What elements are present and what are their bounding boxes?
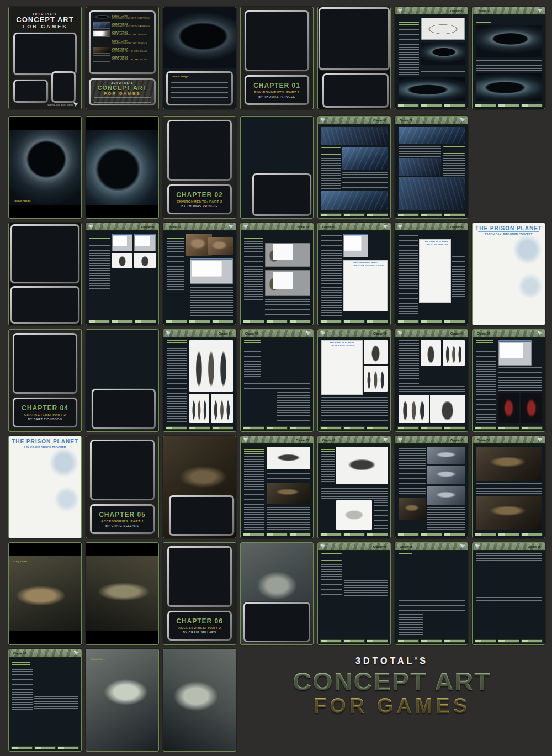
artwork <box>254 175 310 214</box>
artwork-panel <box>34 668 78 695</box>
footer-bar <box>367 426 388 430</box>
chapter-header-label: Chapter 03 <box>141 225 154 228</box>
footer-bar <box>320 639 342 643</box>
artwork-panel <box>476 447 542 481</box>
page-chapter-02-title[interactable]: CHAPTER 02ENVIRONMENTS: PART 2BY THOMAS … <box>163 116 236 219</box>
page-intro[interactable]: Thomas Pringle <box>163 7 236 109</box>
page-art-spread[interactable] <box>163 436 236 538</box>
text-block <box>190 287 233 316</box>
chapter-header-label: Chapter 06 <box>13 652 26 654</box>
footer-bar <box>421 533 442 536</box>
chapter-label-frame: CHAPTER 06ACCESSORIES: PART 2BY CRAIG SE… <box>167 611 232 640</box>
page-art-spread[interactable] <box>317 7 391 109</box>
page-header: Chapter 06 <box>395 543 468 551</box>
page-content[interactable]: Chapter 03 <box>240 223 314 325</box>
page-poster-lex-crane[interactable]: THE PRISON PLANETLEX CRANE SHOCK TROOPER <box>8 436 82 538</box>
chapter-header-label: Chapter 02 <box>373 119 386 121</box>
footer-bar <box>243 320 264 323</box>
artwork-panel <box>190 258 233 284</box>
page-content[interactable]: Chapter 05 <box>240 436 314 538</box>
page-art-full[interactable] <box>163 649 236 752</box>
artwork: Thomas Pringle <box>168 73 231 104</box>
page-art-full[interactable]: Craig Sellars <box>8 542 82 645</box>
3dtotal-logo-icon <box>537 437 543 443</box>
3dtotal-logo-icon <box>383 224 388 230</box>
artwork <box>320 9 388 68</box>
page-content[interactable]: Chapter 05 <box>395 436 468 538</box>
page-content[interactable]: Chapter 03 <box>86 223 159 325</box>
page-content[interactable]: Chapter 04 <box>163 329 236 432</box>
page-poster-taron-dax[interactable]: THE PRISON PLANETTARON DAX: PRISONER CON… <box>472 223 545 325</box>
page-art-full[interactable]: Craig Sellars <box>86 649 159 752</box>
footer-bar <box>367 639 388 643</box>
footer-bar <box>212 426 233 430</box>
text-block <box>421 68 465 76</box>
toc-entry[interactable]: CHAPTER 06ACCESSORIES: PART 2 BY CRAIG S… <box>93 55 152 62</box>
page-art-spread[interactable] <box>8 223 82 325</box>
page-content[interactable]: Chapter 03THE PRISON PLANETTARON DAX: PR… <box>317 223 391 325</box>
page-art-full[interactable]: Thomas Pringle <box>8 116 82 219</box>
section-title-block <box>244 340 261 346</box>
page-content[interactable]: Chapter 04 <box>472 329 545 432</box>
page-chapter-01-title[interactable]: CHAPTER 01ENVIRONMENTS: PART 1BY THOMAS … <box>240 7 314 109</box>
page-content[interactable]: Chapter 06 <box>395 542 468 645</box>
artwork-panel <box>421 340 442 366</box>
chapter-label-frame: CHAPTER 04CHARACTERS: PART 2BY BART TION… <box>13 398 78 427</box>
page-content[interactable]: Chapter 06 <box>8 649 82 752</box>
section-title-block <box>476 340 494 346</box>
artwork-panel <box>476 73 542 101</box>
toc-entry[interactable]: CHAPTER 01ENVIRONMENTS: PART 1 BY THOMAS… <box>93 14 152 20</box>
text-block <box>427 507 465 530</box>
page-content[interactable]: Chapter 04 <box>395 329 468 432</box>
page-content[interactable]: Chapter 04 <box>240 329 314 432</box>
mini-poster-figure <box>330 355 354 391</box>
metal-frame <box>167 120 232 181</box>
toc-entry[interactable]: CHAPTER 05ACCESSORIES: PART 1 BY CRAIG S… <box>93 47 152 54</box>
page-content[interactable]: Chapter 01 <box>395 7 468 109</box>
page-content[interactable]: Chapter 02 <box>395 116 468 219</box>
text-block <box>34 696 78 710</box>
page-art-spread[interactable] <box>240 542 314 645</box>
artwork-panel <box>443 340 465 366</box>
page-content[interactable]: Chapter 03 <box>163 223 236 325</box>
page-art-full[interactable] <box>86 116 159 219</box>
page-content[interactable]: Chapter 04THE PRISON PLANETTHE FACES OF … <box>317 329 391 432</box>
chapter-header-label: Chapter 04 <box>373 332 386 335</box>
page-art-spread[interactable] <box>86 329 159 432</box>
page-chapter-06-title[interactable]: CHAPTER 06ACCESSORIES: PART 2BY CRAIG SE… <box>163 542 236 645</box>
cover-title: CONCEPT ART <box>9 15 81 24</box>
text-block <box>321 287 342 316</box>
page-content[interactable]: Chapter 06 <box>317 542 391 645</box>
artwork <box>169 548 231 605</box>
page-footer <box>243 426 311 430</box>
chapter-author: BY THOMAS PRINGLE <box>258 95 295 98</box>
text-block <box>167 241 185 291</box>
page-contents[interactable]: CHAPTER 01ENVIRONMENTS: PART 1 BY THOMAS… <box>86 7 159 109</box>
toc-entry[interactable]: CHAPTER 04CHARACTERS: PART 2 BY BART TIO… <box>93 39 152 45</box>
toc-text: CHAPTER 05ACCESSORIES: PART 1 BY CRAIG S… <box>112 48 154 52</box>
footer-bar <box>243 426 264 430</box>
section-title-block <box>244 234 263 240</box>
artwork-panel <box>321 191 388 211</box>
page-chapter-05-title[interactable]: CHAPTER 05ACCESSORIES: PART 1BY CRAIG SE… <box>86 436 159 538</box>
metal-frame <box>322 73 389 108</box>
page-content[interactable]: Chapter 05 <box>472 436 545 538</box>
page-content[interactable]: Chapter 06 <box>472 542 545 645</box>
toc-entry[interactable]: CHAPTER 02ENVIRONMENTS: PART 2 BY THOMAS… <box>93 22 152 29</box>
page-content[interactable]: Chapter 03THE PRISON PLANETTARON DAX: RE… <box>395 223 468 325</box>
artwork: CHAPTER 01ENVIRONMENTS: PART 1 BY THOMAS… <box>91 12 154 73</box>
text-block <box>399 234 418 316</box>
metal-frame <box>10 286 80 324</box>
footer-bar <box>289 426 311 430</box>
page-content[interactable]: Chapter 05 <box>317 436 391 538</box>
page-art-spread[interactable] <box>240 116 314 219</box>
toc-entry[interactable]: CHAPTER 03CHARACTERS: PART 1 BY BART TIO… <box>93 30 152 37</box>
page-art-full[interactable] <box>86 542 159 645</box>
page-chapter-04-title[interactable]: CHAPTER 04CHARACTERS: PART 2BY BART TION… <box>8 329 82 432</box>
footer-bar <box>266 426 288 430</box>
toc-thumbnail <box>93 30 110 37</box>
page-content[interactable]: Chapter 01 <box>472 7 545 109</box>
page-cover[interactable]: 3DTOTAL'SCONCEPT ARTFOR GAMES3DTOTAL.COM… <box>8 7 82 109</box>
text-block <box>12 668 33 711</box>
page-content[interactable]: Chapter 02 <box>317 116 391 219</box>
